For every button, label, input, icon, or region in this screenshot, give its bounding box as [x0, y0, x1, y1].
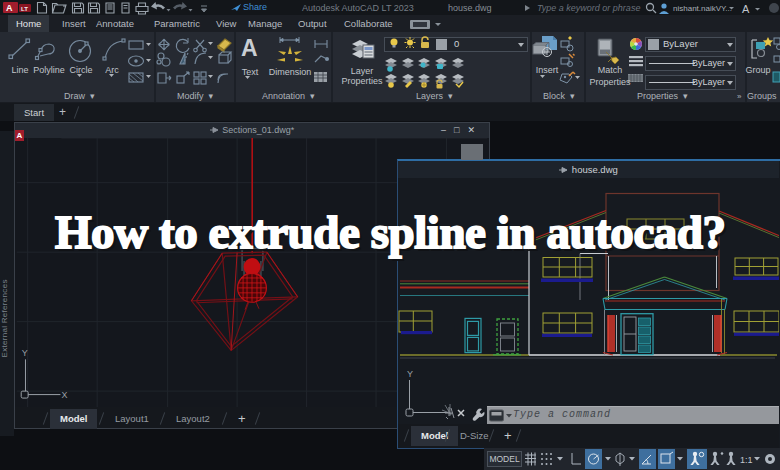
svg-text:LT: LT	[21, 6, 28, 12]
svg-text:Y: Y	[407, 369, 413, 379]
svg-text:Y: Y	[22, 348, 28, 358]
svg-text:1:1: 1:1	[740, 455, 753, 465]
svg-text:A: A	[742, 3, 750, 14]
svg-text:A: A	[6, 3, 13, 13]
svg-text:A: A	[241, 35, 258, 61]
svg-text:X: X	[61, 390, 67, 400]
